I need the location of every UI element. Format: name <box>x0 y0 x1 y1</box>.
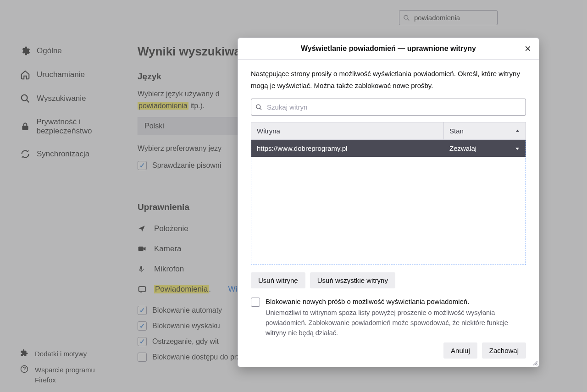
cancel-button[interactable]: Anuluj <box>443 342 477 359</box>
svg-line-12 <box>260 108 261 110</box>
save-button[interactable]: Zachowaj <box>482 342 526 359</box>
status-cell[interactable]: Zezwalaj <box>444 140 526 157</box>
block-new-requests-checkbox[interactable]: ✓ <box>251 298 260 307</box>
sort-asc-icon <box>515 128 520 133</box>
block-new-desc: Uniemożliwi to witrynom spoza listy powy… <box>266 308 526 338</box>
search-icon <box>255 104 262 110</box>
svg-line-15 <box>537 364 537 365</box>
close-icon[interactable] <box>521 42 534 55</box>
table-body: https://www.dobreprogramy.pl Zezwalaj <box>251 140 526 265</box>
table-row[interactable]: https://www.dobreprogramy.pl Zezwalaj <box>251 140 526 157</box>
block-new-label: Blokowanie nowych próśb o możliwość wyśw… <box>266 298 526 305</box>
notifications-permissions-dialog: Wyświetlanie powiadomień — uprawnione wi… <box>238 38 539 367</box>
dialog-intro: Następujące strony prosiły o możliwość w… <box>251 68 526 91</box>
remove-site-button[interactable]: Usuń witrynę <box>251 272 305 288</box>
col-status[interactable]: Stan <box>444 122 526 139</box>
chevron-down-icon <box>515 146 520 151</box>
search-sites-input[interactable] <box>251 99 526 116</box>
svg-point-11 <box>256 105 260 109</box>
dialog-title: Wyświetlanie powiadomień — uprawnione wi… <box>301 44 476 52</box>
resize-handle-icon[interactable] <box>532 359 538 366</box>
remove-all-sites-button[interactable]: Usuń wszystkie witryny <box>310 272 395 288</box>
col-site[interactable]: Witryna <box>251 122 444 139</box>
table-header: Witryna Stan <box>251 122 526 140</box>
site-cell: https://www.dobreprogramy.pl <box>251 140 444 157</box>
